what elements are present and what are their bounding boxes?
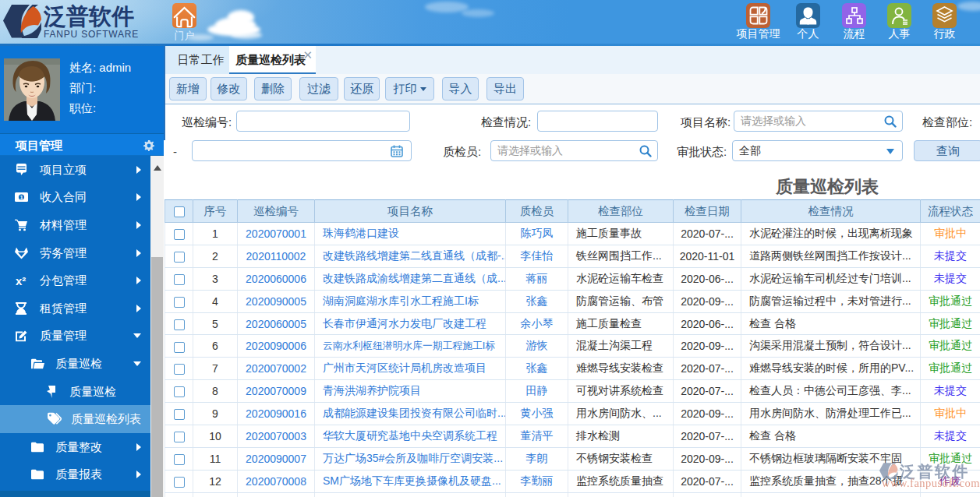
svg-text:1: 1 xyxy=(19,194,23,201)
